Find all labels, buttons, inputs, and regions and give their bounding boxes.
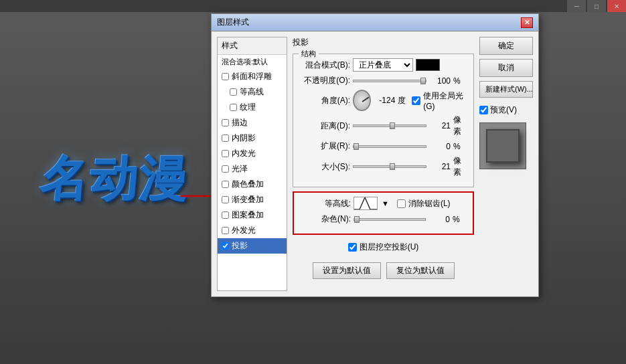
top-bar-controls: ─ □ ✕: [567, 0, 626, 12]
reset-default-button[interactable]: 复位为默认值: [386, 262, 455, 279]
ok-button[interactable]: 确定: [479, 37, 533, 55]
satin-label: 光泽: [232, 163, 248, 175]
spread-slider[interactable]: [353, 145, 426, 148]
noise-slider[interactable]: [354, 218, 426, 221]
outer-glow-checkbox[interactable]: [222, 227, 229, 234]
sidebar-item-color-overlay[interactable]: 颜色叠加: [218, 177, 287, 192]
noise-row: 杂色(N): 0 %: [301, 213, 466, 225]
satin-checkbox[interactable]: [222, 165, 229, 173]
pattern-overlay-label: 图案叠加: [232, 209, 264, 221]
distance-row: 距离(D): 21 像素: [300, 114, 467, 137]
preview-checkbox-row: 预览(V): [479, 104, 533, 116]
spread-thumb[interactable]: [354, 143, 359, 150]
spread-value: 0: [429, 142, 451, 151]
spread-label: 扩展(R):: [300, 141, 350, 152]
sidebar-item-gradient-overlay[interactable]: 渐变叠加: [218, 192, 287, 207]
sidebar-item-blend[interactable]: 混合选项:默认: [218, 55, 287, 69]
noise-unit: %: [453, 215, 466, 224]
sidebar-item-pattern-overlay[interactable]: 图案叠加: [218, 207, 287, 223]
angle-dial[interactable]: [353, 90, 371, 111]
distance-unit: 像素: [453, 114, 467, 137]
sidebar-item-inner-shadow[interactable]: 内阴影: [218, 130, 287, 146]
opacity-slider[interactable]: [353, 80, 426, 82]
opacity-label: 不透明度(O):: [300, 75, 350, 86]
pattern-overlay-checkbox[interactable]: [222, 211, 229, 219]
global-light-checkbox[interactable]: [412, 96, 420, 105]
layer-knockout-checkbox[interactable]: [348, 243, 357, 252]
angle-unit: 度: [398, 95, 409, 106]
new-style-button[interactable]: 新建样式(W)...: [479, 81, 533, 98]
maximize-button[interactable]: □: [587, 0, 606, 12]
noise-value: 0: [428, 215, 450, 224]
sidebar-item-satin[interactable]: 光泽: [218, 161, 287, 177]
sidebar-item-inner-glow[interactable]: 内发光: [218, 146, 287, 161]
preview-inner: [486, 129, 520, 163]
distance-label: 距离(D):: [300, 120, 350, 132]
size-thumb[interactable]: [390, 163, 395, 170]
color-overlay-checkbox[interactable]: [222, 181, 229, 188]
anti-alias-label: 消除锯齿(L): [408, 198, 451, 209]
contour-preview[interactable]: [354, 197, 378, 210]
sidebar-item-texture[interactable]: 纹理: [218, 100, 287, 115]
cancel-button[interactable]: 取消: [479, 59, 533, 77]
spread-unit: %: [453, 142, 467, 151]
contour-label: 等高线: [240, 86, 264, 98]
logo-text: 名动漫: [37, 147, 191, 211]
top-bar: ─ □ ✕: [0, 0, 626, 12]
opacity-unit: %: [453, 76, 467, 86]
gradient-overlay-checkbox[interactable]: [222, 196, 229, 203]
size-slider[interactable]: [353, 165, 426, 168]
right-panel: 确定 取消 新建样式(W)... 预览(V): [479, 37, 533, 291]
stroke-checkbox[interactable]: [222, 119, 229, 126]
texture-checkbox[interactable]: [230, 104, 237, 111]
opacity-row: 不透明度(O): 100 %: [300, 75, 467, 86]
blend-mode-select[interactable]: 正片叠底: [353, 58, 413, 72]
dialog-titlebar: 图层样式 ✕: [212, 14, 538, 31]
set-default-button[interactable]: 设置为默认值: [313, 262, 381, 279]
blend-mode-row: 混合模式(B): 正片叠底: [300, 58, 467, 72]
quality-section: 等高线: ▼ 消除锯齿(L) 杂色(N): 0: [293, 191, 474, 235]
sidebar-item-stroke[interactable]: 描边: [218, 115, 287, 130]
preview-label: 预览(V): [490, 104, 517, 116]
angle-label: 角度(A):: [300, 95, 350, 106]
drop-shadow-checkbox[interactable]: [222, 242, 229, 250]
sidebar-header: 样式: [218, 37, 287, 55]
texture-label: 纹理: [240, 102, 256, 113]
noise-thumb[interactable]: [354, 216, 360, 223]
app-close-button[interactable]: ✕: [607, 0, 626, 12]
sidebar-item-bevel[interactable]: 斜面和浮雕: [218, 69, 287, 84]
dialog-close-button[interactable]: ✕: [521, 17, 533, 28]
layer-style-dialog: 图层样式 ✕ 样式 混合选项:默认 斜面和浮雕 等高线 纹理: [211, 13, 539, 297]
shadow-color-swatch[interactable]: [416, 59, 440, 71]
anti-alias-checkbox[interactable]: [397, 199, 406, 208]
blend-mode-label: 混合模式(B):: [300, 60, 350, 71]
contour-dropdown-arrow[interactable]: ▼: [382, 199, 389, 207]
inner-shadow-checkbox[interactable]: [222, 134, 229, 142]
size-unit: 像素: [453, 155, 467, 178]
dialog-title: 图层样式: [217, 17, 249, 28]
inner-shadow-label: 内阴影: [232, 132, 256, 144]
inner-glow-checkbox[interactable]: [222, 150, 229, 157]
dialog-body: 样式 混合选项:默认 斜面和浮雕 等高线 纹理 描边: [212, 31, 538, 296]
preview-box: [479, 122, 526, 169]
structure-title: 结构: [299, 49, 319, 59]
bevel-checkbox[interactable]: [222, 73, 229, 80]
minimize-button[interactable]: ─: [567, 0, 586, 12]
global-light-label: 使用全局光(G): [423, 90, 467, 111]
bottom-buttons: 设置为默认值 复位为默认值: [293, 262, 474, 279]
distance-thumb[interactable]: [390, 122, 395, 129]
layer-knockout-row: 图层挖空投影(U): [293, 242, 474, 253]
drop-shadow-label: 投影: [232, 240, 248, 252]
sidebar-item-contour[interactable]: 等高线: [218, 84, 287, 100]
size-row: 大小(S): 21 像素: [300, 155, 467, 178]
contour-checkbox[interactable]: [230, 88, 237, 96]
sidebar-item-drop-shadow[interactable]: 投影: [218, 238, 287, 254]
opacity-thumb[interactable]: [420, 78, 426, 84]
preview-checkbox[interactable]: [479, 106, 488, 114]
distance-slider[interactable]: [353, 124, 426, 127]
angle-row: 角度(A): -124 度 使用全局光(G): [300, 90, 467, 111]
contour-label-q: 等高线:: [301, 198, 351, 209]
spread-row: 扩展(R): 0 %: [300, 141, 467, 152]
blend-options-label: 混合选项:默认: [222, 57, 268, 67]
sidebar-item-outer-glow[interactable]: 外发光: [218, 223, 287, 238]
